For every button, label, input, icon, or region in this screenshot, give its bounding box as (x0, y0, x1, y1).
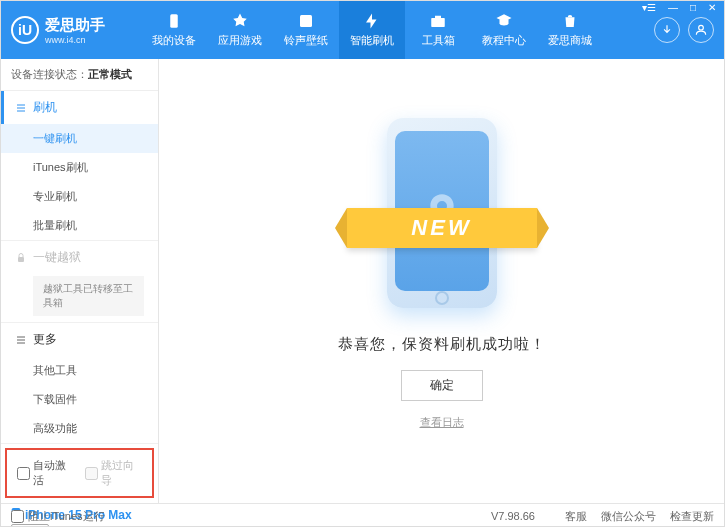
lock-icon (15, 252, 27, 264)
skip-guide-checkbox[interactable]: 跳过向导 (85, 458, 143, 488)
sidebar: 设备连接状态：正常模式 刷机 一键刷机 iTunes刷机 专业刷机 批量刷机 一… (1, 59, 159, 503)
app-name: 爱思助手 (45, 16, 105, 35)
nav-toolbox[interactable]: 工具箱 (405, 1, 471, 59)
minimize-icon[interactable]: — (665, 2, 681, 13)
app-header: iU 爱思助手 www.i4.cn 我的设备 应用游戏 铃声壁纸 智能刷机 工具… (1, 1, 724, 59)
toolbox-icon (429, 12, 447, 30)
footer-link-wechat[interactable]: 微信公众号 (601, 509, 656, 524)
device-icon (165, 12, 183, 30)
block-itunes-checkbox[interactable]: 阻止iTunes运行 (11, 509, 105, 524)
wallpaper-icon (297, 12, 315, 30)
success-illustration: NEW (377, 113, 507, 313)
footer-link-support[interactable]: 客服 (565, 509, 587, 524)
sidebar-item-other-tools[interactable]: 其他工具 (1, 356, 158, 385)
app-url: www.i4.cn (45, 35, 105, 45)
svg-rect-2 (431, 18, 445, 27)
sidebar-item-download-firmware[interactable]: 下载固件 (1, 385, 158, 414)
close-icon[interactable]: ✕ (705, 2, 719, 13)
nav-smart-flash[interactable]: 智能刷机 (339, 1, 405, 59)
flash-icon (363, 12, 381, 30)
chevron-icon (15, 102, 27, 114)
svg-rect-1 (300, 15, 312, 27)
view-log-link[interactable]: 查看日志 (420, 415, 464, 430)
confirm-button[interactable]: 确定 (401, 370, 483, 401)
sidebar-jailbreak-header: 一键越狱 (1, 241, 158, 274)
auto-activate-checkbox[interactable]: 自动激活 (17, 458, 75, 488)
nav-ringtones[interactable]: 铃声壁纸 (273, 1, 339, 59)
maximize-icon[interactable]: □ (687, 2, 699, 13)
nav-store[interactable]: 爱思商城 (537, 1, 603, 59)
new-badge: NEW (347, 208, 537, 248)
nav-apps-games[interactable]: 应用游戏 (207, 1, 273, 59)
footer-link-update[interactable]: 检查更新 (670, 509, 714, 524)
menu-icon (15, 334, 27, 346)
connection-status: 设备连接状态：正常模式 (1, 59, 158, 91)
logo: iU 爱思助手 www.i4.cn (11, 16, 141, 45)
logo-icon: iU (11, 16, 39, 44)
nav-my-device[interactable]: 我的设备 (141, 1, 207, 59)
tutorial-icon (495, 12, 513, 30)
sidebar-item-advanced[interactable]: 高级功能 (1, 414, 158, 443)
svg-rect-5 (18, 257, 24, 262)
svg-point-4 (699, 25, 704, 30)
version-label: V7.98.66 (491, 510, 535, 522)
main-content: NEW 恭喜您，保资料刷机成功啦！ 确定 查看日志 (159, 59, 724, 503)
success-message: 恭喜您，保资料刷机成功啦！ (338, 335, 546, 354)
options-highlighted: 自动激活 跳过向导 (5, 448, 154, 498)
sidebar-flash-header[interactable]: 刷机 (1, 91, 158, 124)
menu-icon[interactable]: ▾☰ (639, 2, 659, 13)
sidebar-item-pro-flash[interactable]: 专业刷机 (1, 182, 158, 211)
sidebar-item-itunes-flash[interactable]: iTunes刷机 (1, 153, 158, 182)
sidebar-item-batch-flash[interactable]: 批量刷机 (1, 211, 158, 240)
apps-icon (231, 12, 249, 30)
download-button[interactable] (654, 17, 680, 43)
nav-tutorials[interactable]: 教程中心 (471, 1, 537, 59)
store-icon (561, 12, 579, 30)
svg-rect-3 (435, 16, 441, 18)
svg-rect-0 (170, 14, 178, 28)
sidebar-item-oneclick-flash[interactable]: 一键刷机 (1, 124, 158, 153)
sidebar-jailbreak-note: 越狱工具已转移至工具箱 (33, 276, 144, 316)
user-button[interactable] (688, 17, 714, 43)
sidebar-more-header[interactable]: 更多 (1, 323, 158, 356)
